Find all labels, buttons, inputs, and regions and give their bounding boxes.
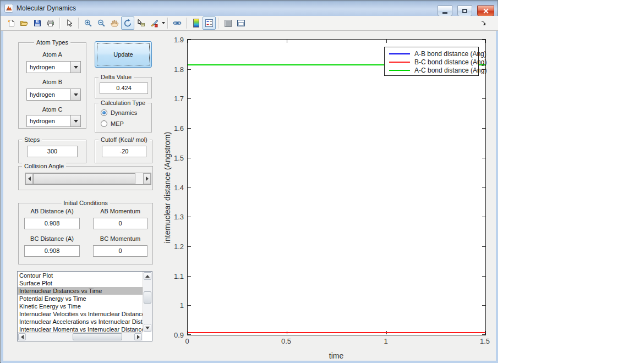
vertical-scrollbar[interactable] [143,272,152,332]
x-tick-label: 0.5 [275,337,297,345]
legend-toggle-button[interactable] [203,16,216,30]
save-icon [33,19,42,27]
ab-distance-input[interactable]: 0.908 [24,218,80,229]
atom-c-dropdown[interactable]: hydrogen [26,115,81,127]
update-button[interactable]: Update [95,41,152,68]
y-tick-label: 1.8 [163,65,184,74]
listbox-items: Contour PlotSurface PlotInternuclear Dis… [18,272,143,332]
rotate-3d-button[interactable] [121,16,134,30]
list-item[interactable]: Kinetic Energy vs Time [18,302,143,310]
plot-axes: A-B bond distance (Ang) B-C bond distanc… [187,39,486,335]
list-item[interactable]: Internuclear Accelerations vs Internucle… [18,318,143,326]
close-button[interactable] [477,5,494,16]
list-item[interactable]: Contour Plot [18,272,143,279]
atom-b-dropdown[interactable]: hydrogen [26,89,81,101]
legend-entry: B-C bond distance (Ang) [389,58,478,66]
scroll-down-icon[interactable] [144,324,151,332]
minimize-icon [442,12,447,14]
steps-title: Steps [22,136,42,143]
tick-mark [482,128,485,129]
toolbar-separator [218,18,219,29]
open-folder-icon [20,19,29,27]
brush-dropdown-icon[interactable] [162,22,165,24]
tick-mark [188,187,191,188]
data-cursor-button[interactable] [134,16,147,30]
cutoff-title: Cutoff (Kcal/ mol) [99,136,150,143]
cutoff-input[interactable]: -20 [102,146,146,157]
delta-value-input[interactable]: 0.424 [100,82,148,94]
maximize-button[interactable] [457,5,472,16]
colorbar-button[interactable] [189,16,203,30]
link-plot-button[interactable] [171,16,184,30]
new-file-button[interactable] [4,16,18,30]
collision-angle-panel: Collision Angle [18,166,153,190]
radio-dynamics[interactable]: Dynamics [101,109,137,116]
legend-line-sample [389,70,410,71]
dock-figure-button[interactable] [477,16,490,30]
minimize-button[interactable] [438,5,452,16]
horizontal-scrollbar[interactable] [18,332,143,341]
initial-conditions-title: Initial Conditions [61,200,110,206]
bc-distance-input[interactable]: 0.908 [24,245,80,257]
y-tick-label: 1.4 [163,184,184,192]
radio-icon [101,120,107,127]
ab-momentum-label: AB Momentum [93,208,147,214]
legend-line-sample [389,53,410,54]
pointer-icon [65,19,74,27]
legend-label: A-C bond distance (Ang) [414,67,487,74]
collision-angle-title: Collision Angle [22,163,66,169]
list-item[interactable]: Internuclear Momenta vs Internuclear Dis… [18,326,143,332]
tick-mark [482,98,485,99]
bc-momentum-input[interactable]: 0 [93,245,147,257]
tick-mark [386,40,387,43]
list-item[interactable]: Internuclear Distances vs Time [18,287,143,295]
list-item[interactable]: Surface Plot [18,279,143,287]
slider-right-arrow[interactable] [143,173,151,184]
atom-a-dropdown[interactable]: hydrogen [26,61,81,73]
brush-button[interactable] [147,16,161,30]
maximize-icon [462,9,467,13]
radio-mep[interactable]: MEP [101,120,124,127]
collision-angle-slider[interactable] [25,173,151,185]
steps-input[interactable]: 300 [27,146,78,157]
ab-distance-label: AB Distance (A) [24,208,80,214]
zoom-out-button[interactable] [95,16,108,30]
y-tick-label: 0.9 [163,331,184,339]
plot-type-listbox[interactable]: Contour PlotSurface PlotInternuclear Dis… [17,271,152,341]
list-item[interactable]: Potential Energy vs Time [18,295,143,302]
y-tick-label: 1.5 [163,154,184,162]
chevron-down-icon[interactable] [70,115,80,126]
legend[interactable]: A-B bond distance (Ang) B-C bond distanc… [384,47,479,76]
scroll-left-icon[interactable] [18,333,26,340]
print-icon [46,19,55,27]
atom-a-value: hydrogen [30,62,70,73]
chevron-down-icon[interactable] [70,89,80,100]
zoom-in-button[interactable] [81,16,95,30]
save-button[interactable] [31,16,44,30]
hide-plot-tools-button[interactable] [221,16,234,30]
print-button[interactable] [44,16,57,30]
pointer-tool-button[interactable] [63,16,76,30]
rotate-3d-icon [123,19,132,27]
slider-thumb[interactable] [33,173,135,184]
scroll-right-icon[interactable] [134,333,142,340]
y-tick-label: 1.3 [163,213,184,221]
list-item[interactable]: Internuclear Velocities vs Internuclear … [18,310,143,318]
title-bar[interactable]: Molecular Dynamics [1,1,498,16]
radio-icon [101,109,107,116]
show-plot-tools-button[interactable] [234,16,248,30]
chevron-down-icon[interactable] [70,62,80,73]
tick-mark [482,217,485,217]
atom-c-value: hydrogen [30,115,70,126]
pan-button[interactable] [108,16,121,30]
vscroll-thumb[interactable] [144,291,151,304]
zoom-in-icon [84,19,92,27]
bc-distance-label: BC Distance (A) [24,235,80,242]
ab-momentum-input[interactable]: 0 [93,218,147,229]
slider-left-arrow[interactable] [25,173,33,184]
hscroll-thumb[interactable] [73,333,122,340]
show-plot-tools-icon [237,19,245,27]
scroll-up-icon[interactable] [144,272,151,280]
open-file-button[interactable] [18,16,31,30]
toolbar-separator [186,18,187,29]
